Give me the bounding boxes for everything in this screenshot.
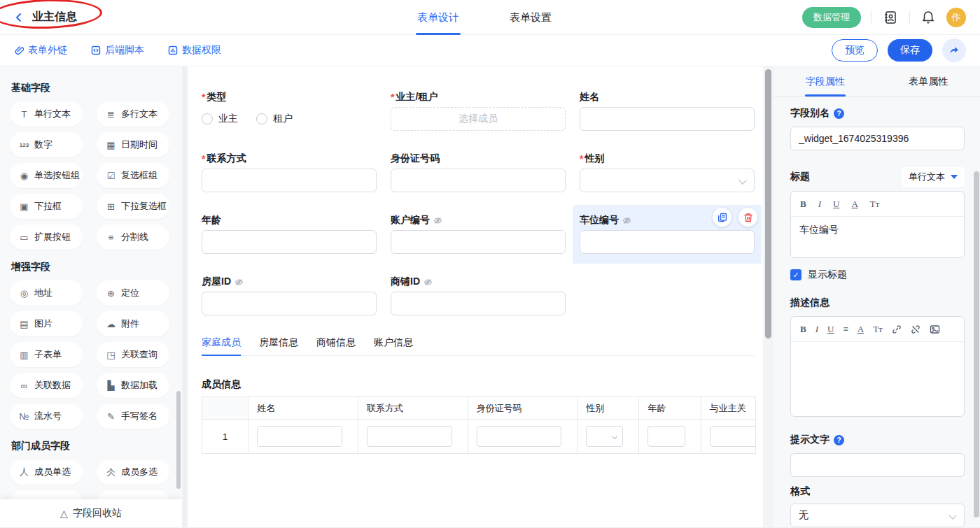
backend-script-button[interactable]: 后端脚本: [91, 44, 144, 57]
back-button[interactable]: [13, 11, 25, 24]
align-button[interactable]: ≡: [843, 324, 848, 335]
field-gender[interactable]: *性别: [580, 152, 755, 192]
notification-bell-icon[interactable]: [920, 8, 937, 26]
tab-house-info[interactable]: 房屋信息: [259, 336, 298, 355]
field-type[interactable]: *类型 业主 租户: [202, 90, 377, 131]
field-shop-id[interactable]: 商铺ID: [391, 275, 566, 315]
palette-item-single-line-text[interactable]: T单行文本: [10, 101, 83, 127]
cell-text-input[interactable]: [710, 426, 756, 447]
panel-scrollbar-thumb[interactable]: [974, 171, 979, 518]
copy-widget-button[interactable]: [713, 208, 732, 227]
data-permission-button[interactable]: 数据权限: [168, 44, 221, 57]
italic-button[interactable]: I: [816, 324, 818, 335]
field-owner-tenant[interactable]: *业主/租户 选择成员: [391, 90, 566, 131]
bold-button[interactable]: B: [800, 199, 806, 210]
font-color-button[interactable]: A: [851, 199, 858, 210]
palette-item-extend-button[interactable]: ▭扩展按钮: [10, 224, 83, 250]
palette-item-signature[interactable]: ✎手写签名: [97, 404, 169, 429]
palette-item-radio-group[interactable]: ◉单选按钮组: [10, 163, 83, 188]
contacts-icon[interactable]: [881, 8, 899, 27]
select-input[interactable]: [580, 169, 755, 192]
text-input[interactable]: [202, 230, 377, 254]
cell-select-input[interactable]: [586, 426, 623, 447]
show-title-checkbox-row[interactable]: ✓ 显示标题: [790, 269, 965, 281]
text-input[interactable]: [391, 230, 566, 254]
field-house-id[interactable]: 房屋ID: [202, 275, 377, 315]
hint-input[interactable]: [790, 453, 965, 477]
text-input[interactable]: [580, 107, 755, 131]
save-button[interactable]: 保存: [888, 39, 932, 62]
field-recycle-bin[interactable]: △ 字段回收站: [0, 499, 182, 527]
canvas-scrollbar[interactable]: [763, 66, 774, 527]
tab-account-info[interactable]: 账户信息: [374, 336, 413, 355]
palette-item-attachment[interactable]: ☁附件: [97, 311, 169, 336]
tab-shop-info[interactable]: 商铺信息: [316, 336, 356, 355]
title-editor-content[interactable]: 车位编号: [791, 217, 964, 257]
field-age[interactable]: 年龄: [202, 213, 377, 254]
cell-text-input[interactable]: [477, 426, 562, 447]
palette-item-member-multi[interactable]: 仌成员多选: [97, 459, 169, 485]
text-input[interactable]: [580, 230, 755, 254]
palette-item-data-load[interactable]: ▙数据加载: [97, 373, 169, 398]
field-parking-number-selected[interactable]: 车位编号: [580, 213, 755, 254]
italic-button[interactable]: I: [818, 199, 821, 210]
palette-item-divider-line[interactable]: ≡分割线: [97, 224, 169, 250]
underline-button[interactable]: U: [833, 199, 839, 210]
help-icon[interactable]: ?: [834, 435, 844, 445]
tab-form-properties[interactable]: 表单属性: [877, 66, 980, 97]
format-select[interactable]: 无: [790, 504, 965, 527]
tab-form-settings[interactable]: 表单设置: [510, 0, 552, 35]
preview-button[interactable]: 预览: [832, 39, 878, 62]
widget-type-dropdown[interactable]: 单行文本: [902, 167, 965, 187]
palette-item-number[interactable]: 123数字: [10, 132, 83, 157]
font-color-button[interactable]: A: [858, 324, 864, 335]
desc-editor-content[interactable]: [791, 342, 964, 416]
field-id-number[interactable]: 身份证号码: [391, 152, 566, 192]
tab-family-members[interactable]: 家庭成员: [202, 336, 241, 355]
insert-image-icon[interactable]: [930, 324, 940, 334]
text-input[interactable]: [391, 292, 566, 315]
delete-widget-button[interactable]: [738, 208, 757, 227]
text-input[interactable]: [202, 292, 377, 315]
cell-text-input[interactable]: [257, 426, 342, 447]
user-avatar[interactable]: 作: [946, 8, 966, 27]
tab-field-properties[interactable]: 字段属性: [774, 66, 877, 97]
tab-form-design[interactable]: 表单设计: [417, 0, 459, 35]
remove-link-icon[interactable]: [911, 324, 920, 334]
external-link-button[interactable]: 表单外链: [14, 44, 67, 57]
checkbox-checked-icon[interactable]: ✓: [790, 269, 802, 280]
palette-item-multi-line-text[interactable]: ≣多行文本: [97, 101, 169, 127]
radio-option-owner[interactable]: 业主: [202, 113, 238, 125]
palette-item-location[interactable]: ⊕定位: [97, 280, 169, 306]
palette-item-linked-query[interactable]: ◳关联查询: [97, 342, 169, 367]
sidebar-scrollbar-thumb[interactable]: [176, 391, 181, 489]
cell-text-input[interactable]: [367, 426, 452, 447]
text-input[interactable]: [391, 169, 566, 192]
font-size-button[interactable]: Tт: [870, 199, 880, 210]
member-picker[interactable]: 选择成员: [391, 107, 566, 131]
palette-item-dropdown[interactable]: ▣下拉框: [10, 194, 83, 219]
palette-item-subform[interactable]: ▥子表单: [10, 342, 83, 367]
underline-button[interactable]: U: [827, 324, 834, 335]
canvas-scrollbar-thumb[interactable]: [765, 69, 771, 338]
palette-item-linked-data[interactable]: ∞关联数据: [10, 373, 83, 398]
palette-item-serial-number[interactable]: №流水号: [10, 404, 83, 429]
palette-item-member-single[interactable]: 人成员单选: [10, 459, 83, 485]
bold-button[interactable]: B: [800, 324, 806, 335]
field-account-number[interactable]: 账户编号: [391, 213, 566, 254]
share-button[interactable]: [942, 38, 966, 62]
palette-item-multi-dropdown[interactable]: ⊞下拉复选框: [97, 194, 169, 219]
help-icon[interactable]: ?: [834, 108, 844, 119]
field-name[interactable]: 姓名: [580, 90, 755, 131]
field-contact[interactable]: *联系方式: [202, 152, 377, 192]
cell-text-input[interactable]: [648, 426, 685, 447]
alias-input[interactable]: _widget_1674025319396: [790, 127, 965, 150]
data-manage-button[interactable]: 数据管理: [802, 7, 861, 28]
text-input[interactable]: [202, 169, 377, 192]
font-size-button[interactable]: Tт: [873, 324, 883, 335]
palette-item-datetime[interactable]: ▦日期时间: [97, 132, 169, 157]
palette-item-image[interactable]: ▤图片: [10, 311, 83, 336]
palette-item-checkbox-group[interactable]: ☑复选框组: [97, 163, 169, 188]
radio-option-tenant[interactable]: 租户: [256, 113, 293, 125]
palette-item-address[interactable]: ◎地址: [10, 280, 83, 306]
